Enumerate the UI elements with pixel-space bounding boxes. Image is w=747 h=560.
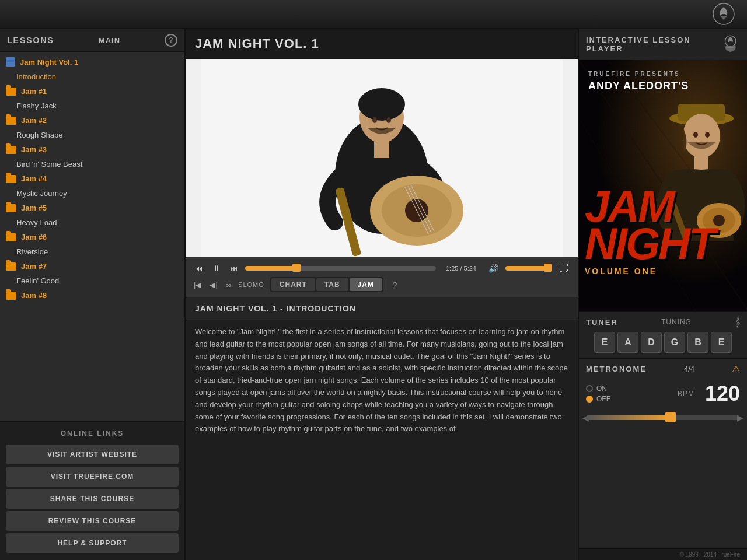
volume-bar[interactable] [505,266,552,271]
chart-tab-button[interactable]: CHART [271,278,315,291]
bpm-label: BPM [678,390,694,398]
svg-rect-2 [7,60,14,61]
list-item-rough-shape[interactable]: Rough Shape [0,128,184,142]
svg-rect-8 [374,141,389,158]
prev-lesson-button[interactable]: |◀ [193,279,203,290]
metronome-on-option[interactable]: ON [586,384,610,393]
main-label: MAIN [99,36,120,45]
list-item-jam2[interactable]: Jam #2 [0,113,184,128]
lessons-header: LESSONS MAIN ? [0,29,184,52]
prev-section-button[interactable]: ◀| [208,279,218,290]
svg-point-17 [386,117,391,123]
string-b[interactable]: B [687,332,708,353]
list-item-jam4[interactable]: Jam #4 [0,172,184,186]
tempo-slider[interactable]: ◀ ▶ [586,412,740,424]
jam-night-title-block: JAM NIGHT VOLUME ONE [585,188,714,276]
volume-fill [505,266,545,271]
tempo-fill [586,415,671,420]
tuner-section: TUNER TUNING 𝄞 E A D G B E [579,311,747,358]
string-keys: E A D G B E [586,332,740,353]
video-title: JAM NIGHT VOL. 1 [195,36,319,51]
loop-button[interactable]: ∞ [225,279,232,290]
folder-icon-jam5 [6,204,16,212]
interactive-title: INTERACTIVE LESSON PLAYER [586,36,721,53]
list-item-course[interactable]: Jam Night Vol. 1 [0,54,184,69]
time-signature: 4/4 [684,365,694,373]
metronome-header: METRONOME 4/4 ⚠ [586,363,740,374]
string-g[interactable]: G [664,332,685,353]
chart-tab-jam-group: CHART TAB JAM [270,277,383,292]
list-item-jam6[interactable]: Jam #6 [0,230,184,244]
string-e-high[interactable]: E [711,332,732,353]
controls-row1: ⏮ ⏸ ⏭ 1:25 / 5:24 🔊 ⛶ [193,262,571,275]
visit-artist-button[interactable]: VISIT ARTIST WEBSITE [6,444,179,464]
night-word: NIGHT [585,225,714,263]
middle-panel: JAM NIGHT VOL. 1 [186,29,578,560]
metronome-section: METRONOME 4/4 ⚠ ON OFF BPM 1 [579,358,747,548]
help-button[interactable]: ? [165,34,177,47]
fast-forward-button[interactable]: ⏭ [228,262,240,274]
list-item-riverside[interactable]: Riverside [0,244,184,259]
string-e-low[interactable]: E [594,332,615,353]
review-course-button[interactable]: REVIEW THIS COURSE [6,511,179,531]
folder-icon-jam1 [6,88,16,96]
list-item-mystic[interactable]: Mystic Journey [0,186,184,201]
left-panel: LESSONS MAIN ? Jam Night Vol. 1 Introduc… [0,29,186,560]
slomo-label: SLOMO [238,281,264,288]
on-radio-dot [586,385,593,392]
tuning-fork-icon: 𝄞 [735,317,740,327]
controls-row2: |◀ ◀| ∞ SLOMO CHART TAB JAM ? [193,277,571,292]
list-item-jam3[interactable]: Jam #3 [0,142,184,157]
interactive-header: INTERACTIVE LESSON PLAYER [579,29,747,60]
bpm-value: 120 [699,382,740,406]
svg-point-29 [713,215,725,226]
list-item-bird[interactable]: Bird 'n' Some Beast [0,157,184,172]
description-body[interactable]: Welcome to "Jam Night!," the first in a … [186,320,578,560]
visit-truefire-button[interactable]: VISIT TRUEFIRE.COM [6,467,179,487]
help-support-button[interactable]: HELP & SUPPORT [6,533,179,553]
on-label: ON [596,384,607,393]
string-a[interactable]: A [617,332,638,353]
list-item-flashy-jack[interactable]: Flashy Jack [0,99,184,113]
off-label: OFF [596,395,610,403]
share-course-button[interactable]: SHARE THIS COURSE [6,489,179,509]
list-item-introduction[interactable]: Introduction [0,69,184,84]
list-item-jam1[interactable]: Jam #1 [0,84,184,99]
folder-icon-jam2 [6,117,16,125]
right-panel: INTERACTIVE LESSON PLAYER [578,29,747,560]
list-item-jam8[interactable]: Jam #8 [0,288,184,303]
online-links-section: ONLINE LINKS VISIT ARTIST WEBSITE VISIT … [0,421,184,560]
info-button[interactable]: ? [392,279,398,290]
time-display: 1:25 / 5:24 [441,265,481,272]
video-placeholder [186,59,578,257]
list-item-jam7[interactable]: Jam #7 [0,259,184,274]
progress-thumb [292,264,301,272]
bpm-display: BPM 120 [678,382,740,406]
tempo-increase-arrow[interactable]: ▶ [737,413,743,422]
rewind-button[interactable]: ⏮ [193,262,205,274]
metronome-off-option[interactable]: OFF [586,395,610,403]
off-radio-dot [586,396,593,402]
volume-button[interactable]: 🔊 [486,262,501,274]
play-pause-button[interactable]: ⏸ [210,262,223,274]
tempo-thumb[interactable] [665,412,676,422]
guitarist-svg [201,59,563,257]
fullscreen-button[interactable]: ⛶ [557,262,571,275]
list-item-jam5[interactable]: Jam #5 [0,201,184,215]
course-icon [6,57,15,66]
progress-fill [245,266,296,271]
progress-bar[interactable] [245,266,436,271]
jam-tab-button[interactable]: JAM [350,278,382,291]
list-item-feelin-good[interactable]: Feelin' Good [0,274,184,288]
video-area: ⏮ ⏸ ⏭ 1:25 / 5:24 🔊 ⛶ |◀ [186,59,578,297]
video-controls: ⏮ ⏸ ⏭ 1:25 / 5:24 🔊 ⛶ |◀ [186,257,578,297]
tempo-track [586,415,740,420]
svg-rect-3 [7,61,14,62]
truefire-logo-icon [721,34,740,55]
tab-tab-button[interactable]: TAB [316,278,348,291]
course-cover: TRUEFIRE PRESENTS ANDY ALEDORT'S [579,60,747,311]
string-d[interactable]: D [641,332,662,353]
list-item-heavy-load[interactable]: Heavy Load [0,215,184,230]
description-title: JAM NIGHT VOL. 1 - INTRODUCTION [195,304,356,313]
svg-point-32 [705,132,710,138]
